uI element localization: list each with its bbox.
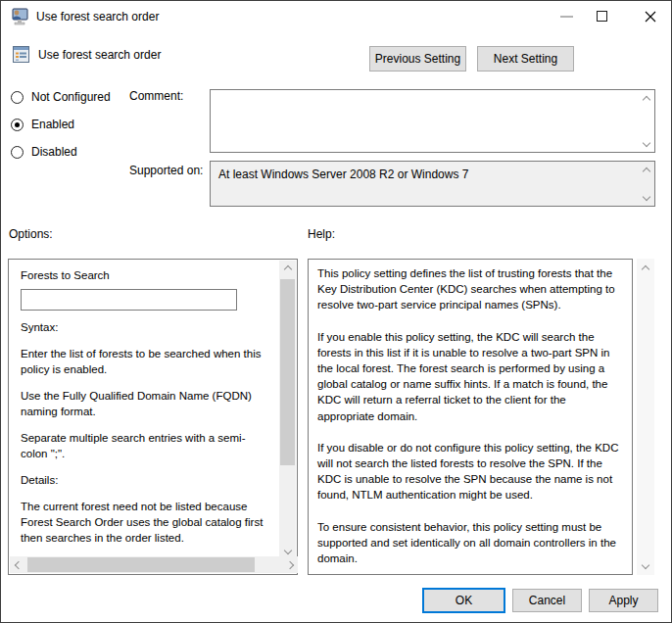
chevron-down-icon (641, 560, 648, 568)
options-panel: Forests to Search Syntax: Enter the list… (8, 259, 298, 575)
radio-not-configured[interactable]: Not Configured (11, 90, 111, 104)
details-heading: Details: (21, 472, 271, 488)
supported-on-value: At least Windows Server 2008 R2 or Windo… (211, 162, 654, 181)
scroll-thumb[interactable] (280, 279, 295, 465)
help-content: This policy setting defines the list of … (310, 261, 631, 573)
apply-button[interactable]: Apply (589, 589, 658, 612)
radio-label: Not Configured (31, 90, 111, 104)
options-vertical-scrollbar[interactable] (279, 261, 296, 558)
radio-circle-icon (11, 146, 24, 159)
radio-disabled[interactable]: Disabled (11, 145, 77, 159)
chevron-down-icon (642, 192, 649, 200)
supported-on-box: At least Windows Server 2008 R2 or Windo… (210, 161, 655, 207)
radio-circle-icon (11, 119, 24, 131)
radio-enabled[interactable]: Enabled (11, 118, 74, 131)
group-policy-monitor-icon (11, 8, 28, 25)
options-content: Forests to Search Syntax: Enter the list… (10, 261, 281, 558)
chevron-up-icon (642, 95, 649, 103)
comment-scroll-up-button[interactable] (638, 91, 654, 108)
comment-textarea[interactable] (212, 91, 637, 151)
next-setting-button[interactable]: Next Setting (477, 46, 574, 72)
syntax-heading: Syntax: (21, 319, 271, 335)
minimize-icon (560, 16, 573, 18)
help-paragraph: This policy setting defines the list of … (317, 265, 623, 313)
window-title: Use forest search order (36, 1, 159, 31)
radio-label: Disabled (31, 145, 77, 159)
forests-to-search-input[interactable] (21, 289, 237, 311)
comment-textarea-box (210, 89, 655, 153)
chevron-up-icon (641, 264, 648, 272)
syntax-paragraph: Separate multiple search entries with a … (21, 430, 271, 461)
previous-setting-button[interactable]: Previous Setting (369, 46, 466, 72)
ok-button[interactable]: OK (422, 588, 505, 613)
help-paragraph: To ensure consistent behavior, this poli… (317, 519, 623, 567)
scroll-left-button[interactable] (10, 556, 26, 573)
syntax-paragraph: Use the Fully Qualified Domain Name (FQD… (21, 388, 271, 419)
policy-setting-dialog: Use forest search order Use forest searc… (0, 0, 672, 623)
options-label: Options: (9, 227, 53, 241)
comment-scroll-down-button[interactable] (638, 134, 654, 151)
syntax-paragraph: Enter the list of forests to be searched… (21, 346, 271, 377)
scroll-up-button[interactable] (637, 261, 653, 277)
forests-to-search-label: Forests to Search (21, 267, 271, 283)
help-label: Help: (308, 227, 335, 241)
radio-label: Enabled (31, 118, 74, 131)
help-paragraph: If you disable or do not configure this … (317, 440, 623, 503)
scroll-down-button[interactable] (637, 556, 653, 573)
chevron-right-icon (285, 560, 293, 568)
cancel-button[interactable]: Cancel (512, 589, 582, 612)
chevron-left-icon (14, 560, 22, 568)
policy-title: Use forest search order (38, 46, 161, 63)
details-paragraph: The current forest need not be listed be… (21, 499, 271, 546)
maximize-button[interactable] (585, 1, 618, 31)
comment-label: Comment: (129, 89, 183, 103)
supported-scroll-down-icon (638, 188, 654, 205)
help-panel: This policy setting defines the list of … (308, 259, 633, 575)
radio-circle-icon (11, 91, 24, 104)
maximize-icon (597, 11, 607, 22)
scroll-thumb[interactable] (27, 557, 255, 572)
policy-setting-icon (13, 46, 29, 63)
help-vertical-scrollbar[interactable] (637, 259, 654, 575)
chevron-up-icon (642, 167, 649, 174)
title-bar: Use forest search order (1, 1, 671, 31)
supported-scroll-up-icon (638, 163, 654, 179)
close-icon (645, 11, 656, 23)
minimize-button[interactable] (550, 1, 583, 31)
chevron-up-icon (283, 264, 291, 272)
scroll-up-button[interactable] (279, 261, 296, 277)
scroll-right-button[interactable] (281, 556, 298, 573)
supported-on-label: Supported on: (129, 164, 203, 177)
chevron-down-icon (642, 138, 649, 146)
chevron-down-icon (283, 546, 291, 553)
close-button[interactable] (634, 1, 667, 31)
help-paragraph: If you enable this policy setting, the K… (317, 329, 623, 424)
options-horizontal-scrollbar[interactable] (10, 556, 298, 573)
